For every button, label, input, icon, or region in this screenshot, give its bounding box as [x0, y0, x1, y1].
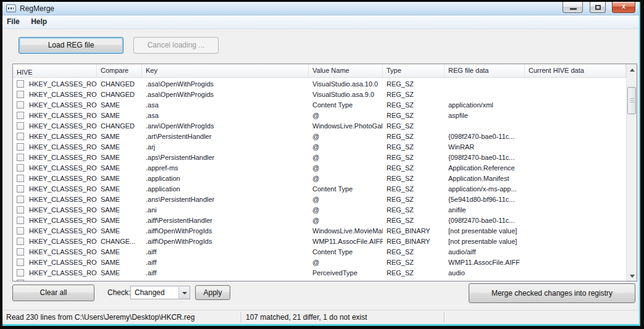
check-dropdown[interactable]: Changed: [130, 286, 190, 299]
cell-compare: SAME: [97, 143, 142, 151]
cell-reg-file-data: WMP11.AssocFile.AIFF: [445, 259, 525, 266]
merge-button[interactable]: Merge checked changes into registry: [469, 283, 635, 303]
row-checkbox[interactable]: [17, 143, 24, 151]
column-header-compare[interactable]: Compare: [97, 64, 142, 77]
cell-value-name: @: [309, 112, 383, 119]
cell-key: .asa\OpenWithProgids: [142, 80, 309, 88]
cell-hive: HKEY_CLASSES_ROOT: [29, 101, 97, 109]
cell-reg-file-data: application/x-ms-app...: [445, 185, 525, 193]
cell-reg-file-data: {5e941d80-bf96-11c...: [445, 196, 525, 203]
cell-compare: SAME: [97, 206, 142, 214]
row-checkbox[interactable]: [17, 206, 24, 214]
row-checkbox[interactable]: [17, 122, 24, 130]
table-row[interactable]: HKEY_CLASSES_ROOT SAME .appref-ms @ REG_…: [13, 162, 626, 173]
table-row[interactable]: HKEY_CLASSES_ROOT SAME .art\PersistentHa…: [13, 131, 626, 141]
cell-hive: HKEY_CLASSES_ROOT: [29, 206, 97, 214]
load-reg-file-button[interactable]: Load REG file: [19, 37, 123, 54]
cell-reg-file-data: [not presentable value]: [445, 227, 525, 235]
row-checkbox[interactable]: [17, 101, 24, 109]
cell-reg-file-data: {098f2470-bae0-11c...: [445, 133, 525, 140]
row-checkbox[interactable]: [17, 91, 24, 98]
table-row[interactable]: HKEY_CLASSES_ROOT SAME .aiff\PersistentH…: [13, 215, 626, 225]
table-row[interactable]: HKEY_CLASSES_ROOT CHANGED .asa\OpenWithP…: [13, 78, 626, 89]
cell-type: REG_SZ: [383, 175, 445, 182]
cell-key: .aiff: [142, 259, 309, 266]
arrow-down-icon: [630, 275, 635, 278]
row-checkbox[interactable]: [17, 164, 24, 172]
row-checkbox[interactable]: [17, 269, 24, 277]
cell-key: .application: [142, 185, 309, 193]
cell-compare: CHANGED: [97, 122, 142, 130]
table-row[interactable]: HKEY_CLASSES_ROOT SAME .ani @ REG_SZ ani…: [13, 204, 626, 215]
scroll-down-button[interactable]: [627, 270, 637, 281]
table-row[interactable]: HKEY_CLASSES_ROOT SAME .aps\PersistentHa…: [13, 152, 626, 162]
menu-bar: File Help: [2, 15, 639, 29]
clear-all-button[interactable]: Clear all: [12, 285, 94, 301]
table-row[interactable]: HKEY_CLASSES_ROOT SAME .asa Content Type…: [13, 99, 626, 110]
row-checkbox[interactable]: [17, 133, 24, 140]
row-checkbox[interactable]: [17, 227, 24, 235]
row-checkbox[interactable]: [17, 238, 24, 245]
table-row[interactable]: HKEY_CLASSES_ROOT SAME .arj @ REG_SZ Win…: [13, 141, 626, 152]
cell-value-name: Content Type: [309, 101, 383, 109]
scrollbar-thumb[interactable]: [627, 87, 636, 114]
row-checkbox[interactable]: [17, 175, 24, 182]
table-row[interactable]: HKEY_CLASSES_ROOT CHANGED .asa\OpenWithP…: [13, 89, 626, 99]
cell-hive: HKEY_CLASSES_ROOT: [29, 112, 97, 119]
cell-reg-file-data: {098f2470-bae0-11c...: [445, 154, 525, 161]
vertical-scrollbar[interactable]: [626, 64, 637, 281]
table-row[interactable]: HKEY_CLASSES_ROOT SAME .aiff\OpenWithPro…: [13, 225, 626, 236]
column-header-hive[interactable]: HIVE: [13, 64, 97, 77]
column-header-value-name[interactable]: Value Name: [309, 64, 383, 77]
status-read-lines: Read 230 lines from C:\Users\Jeremy\Desk…: [6, 313, 194, 322]
maximize-button[interactable]: [590, 2, 606, 13]
row-checkbox[interactable]: [17, 248, 24, 256]
cell-type: REG_SZ: [383, 133, 445, 140]
column-header-type[interactable]: Type: [383, 64, 445, 77]
table-row[interactable]: HKEY_CLASSES_ROOT SAME .ans\PersistentHa…: [13, 194, 626, 204]
table-row[interactable]: HKEY_CLASSES_ROOT CHANGE... .aiff\OpenWi…: [13, 236, 626, 246]
cell-key: .aiff: [142, 269, 309, 277]
status-bar: Read 230 lines from C:\Users\Jeremy\Desk…: [2, 310, 639, 324]
close-button[interactable]: x: [612, 2, 635, 13]
row-checkbox[interactable]: [17, 259, 24, 266]
cancel-loading-button[interactable]: Cancel loading ...: [133, 37, 219, 54]
table-row[interactable]: HKEY_CLASSES_ROOT SAME .aiff PerceivedTy…: [13, 267, 626, 278]
column-header-reg-file-data[interactable]: REG file data: [445, 64, 525, 77]
table-row[interactable]: HKEY_CLASSES_ROOT SAME .application @ RE…: [13, 173, 626, 183]
cell-type: REG_SZ: [383, 269, 445, 277]
cell-key: .appref-ms: [142, 164, 309, 172]
table-row[interactable]: [13, 278, 626, 281]
table-row[interactable]: HKEY_CLASSES_ROOT SAME .aiff @ REG_SZ WM…: [13, 257, 626, 267]
dropdown-button[interactable]: [178, 286, 190, 299]
row-checkbox[interactable]: [17, 280, 24, 281]
row-checkbox[interactable]: [17, 80, 24, 88]
table-row[interactable]: HKEY_CLASSES_ROOT SAME .asa @ REG_SZ asp…: [13, 110, 626, 120]
cell-key: .asa\OpenWithProgids: [142, 91, 309, 98]
table-row[interactable]: HKEY_CLASSES_ROOT SAME .aiff Content Typ…: [13, 246, 626, 257]
close-icon: x: [613, 2, 635, 10]
cell-compare: SAME: [97, 175, 142, 182]
scroll-up-button[interactable]: [627, 64, 637, 75]
table-row[interactable]: HKEY_CLASSES_ROOT CHANGED .arw\OpenWithP…: [13, 120, 626, 131]
cell-value-name: Content Type: [309, 185, 383, 193]
cell-hive: HKEY_CLASSES_ROOT: [29, 185, 97, 193]
column-header-key[interactable]: Key: [142, 64, 309, 77]
row-checkbox[interactable]: [17, 217, 24, 224]
cell-type: REG_SZ: [383, 101, 445, 109]
row-checkbox[interactable]: [17, 154, 24, 161]
row-checkbox[interactable]: [17, 185, 24, 193]
row-checkbox[interactable]: [17, 196, 24, 203]
row-checkbox[interactable]: [17, 112, 24, 119]
cell-value-name: @: [309, 143, 383, 151]
table-row[interactable]: HKEY_CLASSES_ROOT SAME .application Cont…: [13, 183, 626, 194]
status-divider: [241, 312, 241, 323]
column-header-current-hive-data[interactable]: Current HIVE data: [525, 64, 626, 77]
cell-type: REG_BINARY: [383, 227, 445, 235]
cell-key: .application: [142, 175, 309, 182]
menu-file[interactable]: File: [2, 15, 24, 26]
apply-button[interactable]: Apply: [195, 285, 230, 300]
menu-help[interactable]: Help: [27, 15, 51, 26]
cell-hive: HKEY_CLASSES_ROOT: [29, 164, 97, 172]
minimize-button[interactable]: [562, 2, 583, 13]
